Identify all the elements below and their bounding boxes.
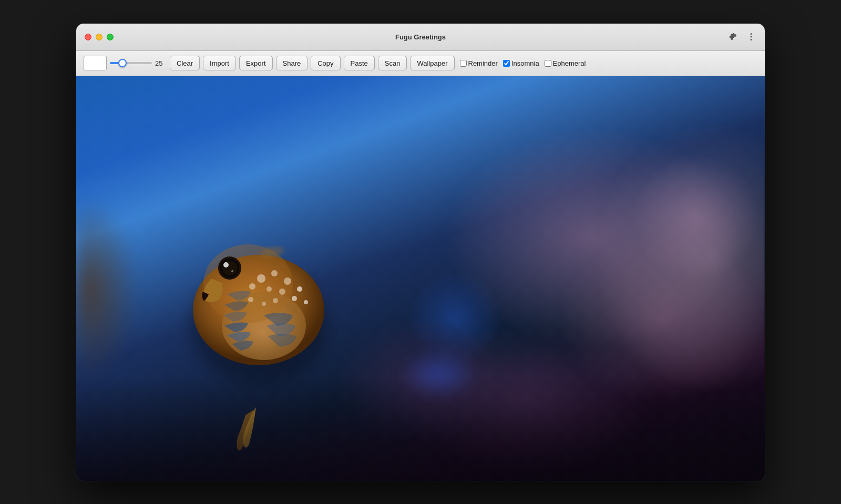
svg-point-23: [231, 270, 233, 272]
scan-button[interactable]: Scan: [378, 56, 407, 70]
more-options-icon[interactable]: [746, 32, 756, 42]
svg-point-0: [751, 33, 752, 35]
slider-container: 25: [110, 59, 167, 67]
svg-point-2: [751, 39, 752, 40]
maximize-button[interactable]: [107, 34, 114, 40]
titlebar: Fugu Greetings: [76, 24, 765, 51]
app-window: Fugu Greetings 25: [76, 24, 765, 481]
underwater-scene: [76, 76, 765, 481]
svg-point-14: [304, 300, 308, 304]
svg-point-13: [292, 296, 297, 301]
reminder-label[interactable]: Reminder: [460, 59, 498, 67]
checkbox-group: Reminder Insomnia Ephemeral: [460, 59, 586, 67]
wallpaper-button[interactable]: Wallpaper: [410, 56, 454, 70]
canvas-area[interactable]: [76, 76, 765, 481]
minimize-button[interactable]: [96, 34, 102, 40]
titlebar-icons: [728, 32, 756, 42]
share-button[interactable]: Share: [276, 56, 308, 70]
close-button[interactable]: [85, 34, 91, 40]
insomnia-label[interactable]: Insomnia: [503, 59, 539, 67]
toolbar: 25 Clear Import Export Share Copy Paste …: [76, 51, 765, 76]
paste-button[interactable]: Paste: [344, 56, 375, 70]
svg-point-1: [751, 36, 752, 38]
size-slider[interactable]: [110, 62, 152, 64]
insomnia-text: Insomnia: [511, 59, 539, 67]
traffic-lights: [85, 34, 114, 40]
reminder-text: Reminder: [468, 59, 498, 67]
pen-preview: [84, 56, 107, 70]
ephemeral-text: Ephemeral: [553, 59, 586, 67]
export-button[interactable]: Export: [239, 56, 273, 70]
insomnia-checkbox[interactable]: [503, 60, 510, 67]
reminder-checkbox[interactable]: [460, 60, 467, 67]
blue-glow: [400, 347, 479, 400]
svg-point-22: [223, 262, 229, 268]
clear-button[interactable]: Clear: [170, 56, 200, 70]
left-coral: [76, 198, 139, 382]
slider-value: 25: [155, 59, 167, 67]
extensions-icon[interactable]: [728, 32, 739, 42]
ephemeral-label[interactable]: Ephemeral: [545, 59, 586, 67]
copy-button[interactable]: Copy: [311, 56, 340, 70]
import-button[interactable]: Import: [203, 56, 236, 70]
right-coral: [502, 76, 765, 481]
svg-point-9: [297, 286, 302, 292]
window-title: Fugu Greetings: [395, 33, 446, 41]
ephemeral-checkbox[interactable]: [545, 60, 551, 67]
